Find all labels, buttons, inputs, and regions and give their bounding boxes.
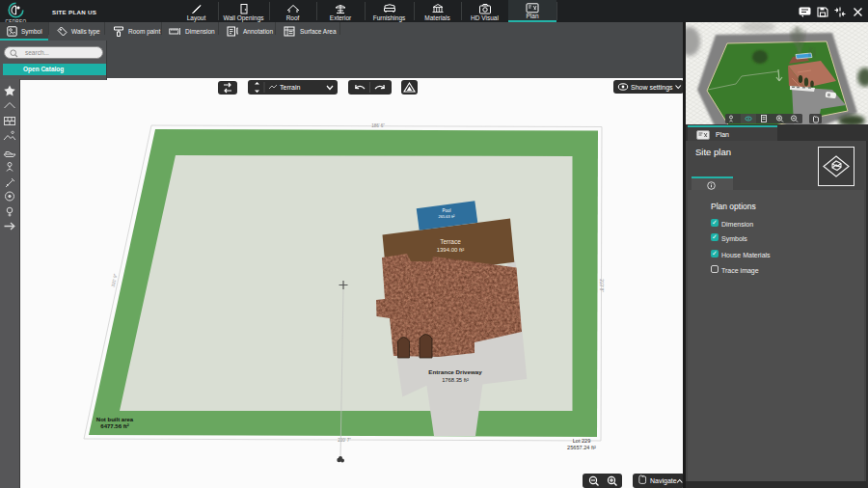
svg-text:Show settings: Show settings — [631, 84, 673, 92]
svg-text:Lot 229: Lot 229 — [573, 438, 591, 444]
svg-text:Not built area: Not built area — [96, 417, 134, 422]
svg-text:Terrace: Terrace — [440, 238, 461, 245]
svg-text:Navigate: Navigate — [650, 477, 677, 485]
svg-text:1768.35 ft²: 1768.35 ft² — [442, 377, 469, 383]
svg-text:Terrain: Terrain — [280, 84, 301, 91]
svg-text:Pool: Pool — [442, 208, 450, 213]
svg-text:1394.00 ft²: 1394.00 ft² — [437, 247, 465, 253]
svg-text:186' 6": 186' 6" — [371, 123, 385, 128]
svg-text:25657.24 ft²: 25657.24 ft² — [567, 445, 596, 450]
svg-text:220' 7": 220' 7" — [338, 438, 351, 443]
svg-text:265.63 ft²: 265.63 ft² — [439, 214, 456, 219]
svg-text:Entrance Driveway: Entrance Driveway — [428, 368, 482, 375]
svg-text:213' 8": 213' 8" — [599, 279, 604, 292]
svg-text:6477.56 ft²: 6477.56 ft² — [100, 423, 128, 429]
